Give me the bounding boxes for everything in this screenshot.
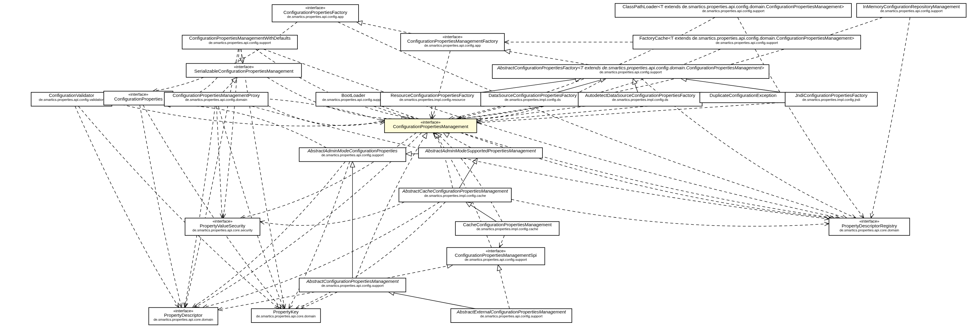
package: de.smartics.properties.api.config.suppor… — [465, 258, 527, 261]
class-cpf[interactable]: «interface»ConfigurationPropertiesFactor… — [272, 5, 358, 22]
class-cpm[interactable]: «interface»ConfigurationPropertiesManage… — [385, 119, 477, 133]
edge — [296, 202, 445, 309]
class-cpmp[interactable]: ConfigurationPropertiesManagementProxyde… — [164, 92, 268, 106]
package: de.smartics.properties.impl.config.jndi — [802, 98, 860, 101]
package: de.smartics.properties.api.config.app — [424, 43, 481, 47]
edge — [459, 158, 477, 188]
package: de.smartics.properties.impl.config.cache — [424, 194, 486, 197]
class-acpf[interactable]: AbstractConfigurationPropertiesFactory<T… — [492, 64, 769, 78]
class-cp[interactable]: «interface»ConfigurationProperties — [104, 91, 173, 105]
class-name: JndiConfigurationPropertiesFactory — [795, 93, 867, 98]
class-pvs[interactable]: «interface»PropertyValueSecurityde.smart… — [185, 218, 260, 235]
class-name: DataSourceConfigurationPropertiesFactory — [488, 93, 577, 98]
edge — [466, 202, 496, 222]
package: de.smartics.properties.impl.config.resou… — [399, 98, 465, 101]
class-name: ConfigurationPropertiesManagement — [393, 124, 469, 129]
class-aecpm[interactable]: AbstractExternalConfigurationPropertiesM… — [451, 309, 572, 323]
class-pd[interactable]: «interface»PropertyDescriptorde.smartics… — [149, 308, 218, 325]
uml-diagram: «interface»ConfigurationPropertiesFactor… — [0, 0, 980, 331]
edge — [185, 49, 239, 308]
edge — [356, 22, 411, 33]
class-rcpf[interactable]: ResourceConfigurationPropertiesFactoryde… — [380, 92, 484, 106]
class-name: AbstractExternalConfigurationPropertiesM… — [457, 309, 566, 314]
class-name: ConfigurationPropertiesManagementWithDef… — [189, 35, 291, 41]
class-accpm[interactable]: AbstractCacheConfigurationPropertiesMana… — [399, 188, 511, 202]
class-cpms[interactable]: «interface»ConfigurationPropertiesManage… — [447, 248, 545, 265]
package: de.smartics.properties.api.core.security — [192, 228, 253, 232]
edge — [432, 51, 450, 119]
package: de.smartics.properties.api.config.suppor… — [600, 70, 662, 74]
edge — [216, 106, 222, 218]
package: de.smartics.properties.api.config.suppor… — [322, 98, 385, 101]
class-cpl[interactable]: ClassPathLoader<T extends de.smartics.pr… — [615, 3, 851, 17]
class-name: ConfigurationPropertiesFactory — [283, 10, 347, 15]
class-jcpf[interactable]: JndiConfigurationPropertiesFactoryde.sma… — [785, 92, 877, 106]
class-name: AbstractAdminModeSupportedPropertiesMana… — [425, 148, 536, 153]
class-cpmf[interactable]: «interface»ConfigurationPropertiesManage… — [401, 34, 504, 51]
class-cpmwd[interactable]: ConfigurationPropertiesManagementWithDef… — [182, 35, 298, 49]
edge — [223, 77, 237, 92]
edge — [681, 78, 785, 93]
package: de.smartics.properties.api.config.valida… — [39, 98, 104, 101]
class-aamspm[interactable]: AbstractAdminModeSupportedPropertiesMana… — [418, 148, 542, 158]
class-name: PropertyDescriptorRegistry — [842, 223, 897, 228]
package: de.smartics.properties.api.config.suppor… — [480, 314, 543, 318]
class-adscpf[interactable]: AutodetectDataSourceConfigurationPropert… — [578, 92, 702, 106]
class-cv[interactable]: ConfigurationValidatorde.smartics.proper… — [31, 92, 112, 106]
class-name: AbstractAdminModeConfigurationProperties — [307, 148, 398, 153]
class-scpm[interactable]: «interface»SerializableConfigurationProp… — [186, 64, 301, 78]
class-name: PropertyValueSecurity — [200, 223, 245, 228]
package: de.smartics.properties.api.config.suppor… — [321, 284, 384, 288]
edge — [388, 292, 475, 309]
edge — [387, 265, 453, 278]
class-imcrm[interactable]: InMemoryConfigurationRepositoryManagemen… — [857, 3, 966, 17]
class-dscpf[interactable]: DataSourceConfigurationPropertiesFactory… — [481, 92, 585, 106]
package: de.smartics.properties.api.core.domain — [256, 314, 316, 318]
package: de.smartics.properties.api.config.suppor… — [209, 41, 271, 45]
edge — [433, 133, 453, 188]
class-name: ConfigurationPropertiesManagementFactory — [407, 38, 498, 43]
class-name: AbstractConfigurationPropertiesManagemen… — [306, 278, 399, 284]
edge — [557, 78, 606, 92]
class-name: InMemoryConfigurationRepositoryManagemen… — [863, 4, 960, 9]
class-name: PropertyDescriptor — [164, 313, 202, 318]
package: de.smartics.properties.impl.config.ds — [612, 98, 668, 101]
edge — [185, 106, 215, 308]
package: de.smartics.properties.api.config.app — [287, 15, 344, 18]
class-pdr[interactable]: «interface»PropertyDescriptorRegistryde.… — [829, 218, 910, 235]
class-acpm[interactable]: AbstractConfigurationPropertiesManagemen… — [299, 278, 406, 292]
class-dce[interactable]: DuplicateConfigurationException — [700, 92, 786, 103]
class-name: CacheConfigurationPropertiesManagement — [463, 222, 552, 227]
package: de.smartics.properties.impl.config.ds — [505, 98, 561, 101]
edge — [218, 292, 315, 310]
class-name: ConfigurationPropertiesManagementProxy — [173, 93, 260, 98]
class-ccpm[interactable]: CacheConfigurationPropertiesManagementde… — [455, 222, 559, 236]
package: de.smartics.properties.impl.config.cache — [477, 227, 538, 231]
class-name: ConfigurationPropertiesManagementSpi — [455, 253, 537, 258]
edge — [436, 133, 502, 221]
edge — [260, 202, 404, 225]
edge — [140, 105, 181, 308]
edge — [499, 235, 504, 248]
class-name: BootLoader — [342, 93, 366, 98]
edge — [143, 105, 282, 309]
edge — [78, 106, 279, 309]
class-name: AutodetectDataSourceConfigurationPropert… — [585, 93, 695, 98]
edge — [633, 78, 638, 92]
class-name: PropertyKey — [273, 309, 299, 314]
package: de.smartics.properties.api.core.domain — [153, 318, 213, 321]
class-pk[interactable]: PropertyKeyde.smartics.properties.api.co… — [251, 309, 321, 323]
package: de.smartics.properties.api.config.domain — [185, 98, 247, 101]
edge — [301, 292, 337, 309]
class-name: ConfigurationValidator — [49, 93, 94, 98]
edge — [871, 17, 910, 218]
edge — [75, 106, 179, 308]
edge — [482, 78, 581, 92]
class-name: AbstractConfigurationPropertiesFactory<T… — [497, 65, 764, 70]
class-bl[interactable]: BootLoaderde.smartics.properties.api.con… — [316, 92, 391, 106]
class-name: AbstractCacheConfigurationPropertiesMana… — [402, 189, 508, 193]
class-aamcp[interactable]: AbstractAdminModeConfigurationProperties… — [299, 148, 406, 162]
package: de.smartics.properties.api.core.domain — [840, 228, 899, 232]
edge — [252, 106, 829, 219]
class-fc[interactable]: FactoryCache<T extends de.smartics.prope… — [633, 35, 861, 49]
